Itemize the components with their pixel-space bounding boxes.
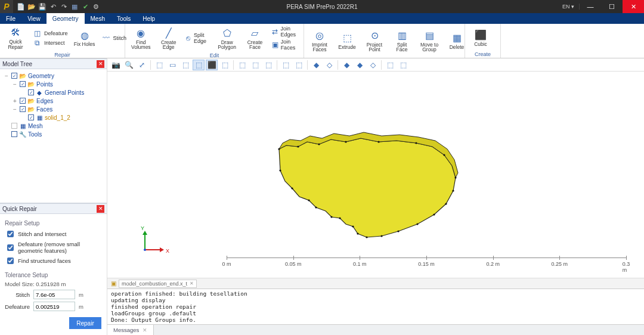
menu-file[interactable]: File xyxy=(0,13,21,24)
menu-geometry[interactable]: Geometry xyxy=(47,13,85,24)
view-tool-17[interactable]: ◆ xyxy=(354,60,366,70)
view-tool-11[interactable]: ⬚ xyxy=(262,60,274,70)
tree-node[interactable]: ◆General Points xyxy=(1,88,106,97)
viewport[interactable]: Y X 0 m0.05 m0.1 m0.15 m0.2 m0.25 m0.3 m xyxy=(107,72,644,278)
intersect-button[interactable]: ⧉Intersect xyxy=(30,38,70,48)
model-tree[interactable]: −📂Geometry−📂Points ◆General Points+📂Edge… xyxy=(0,69,107,203)
stitch-button[interactable]: 〰Stitch xyxy=(99,33,129,43)
redo-icon[interactable]: ↷ xyxy=(60,2,68,11)
view-tool-10[interactable]: ⬚ xyxy=(249,60,261,70)
menu-view[interactable]: View xyxy=(21,13,47,24)
output-console[interactable]: operation finished: building tesellation… xyxy=(107,289,644,324)
create-face-button[interactable]: ▱Create Face xyxy=(242,26,268,51)
model-tree-close-icon[interactable]: ✕ xyxy=(97,60,104,68)
split-face-button[interactable]: ▥Split Face xyxy=(389,28,415,54)
repair-button[interactable]: Repair xyxy=(69,317,101,329)
tree-checkbox[interactable] xyxy=(28,114,34,120)
tree-twisty-icon[interactable]: − xyxy=(12,106,18,113)
tree-checkbox[interactable] xyxy=(11,131,17,137)
model-icon: ▣ xyxy=(111,280,116,287)
cubic-button[interactable]: ⬛Cubic xyxy=(467,27,494,48)
view-tool-9[interactable]: ⬚ xyxy=(236,60,248,70)
tree-node[interactable]: −📂Geometry xyxy=(1,72,106,80)
tree-twisty-icon[interactable]: − xyxy=(12,81,18,88)
tree-twisty-icon[interactable]: − xyxy=(4,73,10,79)
view-tool-13[interactable]: ⬚ xyxy=(293,60,305,70)
settings-icon[interactable]: ⚙ xyxy=(92,2,100,11)
extrude-button[interactable]: ⬚Extrude xyxy=(334,30,360,51)
undo-icon[interactable]: ↶ xyxy=(49,2,57,11)
split-edge-button[interactable]: ⎋Split Edge xyxy=(183,32,212,45)
new-icon[interactable]: 📄 xyxy=(17,2,25,11)
qr-checkbox[interactable] xyxy=(7,244,14,251)
language-selector[interactable]: EN ▾ xyxy=(558,4,580,10)
tree-twisty-icon[interactable]: + xyxy=(12,98,18,104)
tree-checkbox[interactable] xyxy=(20,98,26,104)
view-tool-12[interactable]: ⬚ xyxy=(280,60,292,70)
messages-tab[interactable]: Messages✕ xyxy=(107,325,154,335)
ruler-tick-label: 0.1 m xyxy=(353,261,367,267)
create-edge-button[interactable]: ╱Create Edge xyxy=(156,26,182,51)
tree-checkbox[interactable] xyxy=(20,106,26,112)
draw-polygon-button[interactable]: ⬠Draw Polygon xyxy=(213,26,241,51)
tree-node[interactable]: ▦Mesh xyxy=(1,122,106,130)
view-tool-15[interactable]: ◇ xyxy=(323,60,335,70)
view-tool-0[interactable]: 📷 xyxy=(110,60,122,70)
defeature-button[interactable]: ◫Defeature xyxy=(30,29,70,38)
view-tool-1[interactable]: 🔍 xyxy=(123,60,135,70)
tree-checkbox[interactable] xyxy=(20,81,26,87)
quick-repair-button[interactable]: 🛠 Quick Repair xyxy=(2,25,29,51)
tree-checkbox[interactable] xyxy=(11,123,17,129)
save-icon[interactable]: 💾 xyxy=(38,2,47,11)
stitch-input[interactable] xyxy=(33,290,75,299)
qr-option[interactable]: Defeature (remove small geometric featur… xyxy=(5,241,102,254)
document-tab[interactable]: model_combustion_end.x_t✕ xyxy=(119,280,197,288)
tree-node-label: Tools xyxy=(28,131,42,138)
svg-point-16 xyxy=(366,236,367,238)
view-tool-7[interactable]: ⬛ xyxy=(206,60,218,70)
project-point-button[interactable]: ⊙Project Point xyxy=(361,28,388,54)
qr-checkbox[interactable] xyxy=(7,258,14,264)
move-to-group-button[interactable]: ▤Move to Group xyxy=(416,28,442,54)
quick-repair-close-icon[interactable]: ✕ xyxy=(97,205,104,213)
view-tool-2[interactable]: ⤢ xyxy=(136,60,148,70)
fix-holes-button[interactable]: ◍ Fix Holes xyxy=(72,27,98,48)
view-tool-19[interactable]: ⬚ xyxy=(384,60,396,70)
tree-node[interactable]: −📂Faces xyxy=(1,105,106,113)
view-tool-18[interactable]: ◇ xyxy=(367,60,379,70)
menu-mesh[interactable]: Mesh xyxy=(85,13,111,24)
join-faces-button[interactable]: ▣Join Faces xyxy=(269,38,301,51)
minimize-button[interactable]: — xyxy=(580,0,601,13)
tree-checkbox[interactable] xyxy=(28,89,34,95)
mesh-icon[interactable]: ▦ xyxy=(70,2,79,11)
tree-node[interactable]: −📂Points xyxy=(1,80,106,88)
view-tool-3[interactable]: ⬚ xyxy=(153,60,165,70)
view-tool-14[interactable]: ◆ xyxy=(310,60,322,70)
find-volumes-button[interactable]: ◉Find Volumes xyxy=(128,26,154,51)
view-tool-20[interactable]: ⬚ xyxy=(397,60,409,70)
qr-option[interactable]: Find structured faces xyxy=(5,256,102,266)
menu-help[interactable]: Help xyxy=(137,13,161,24)
defeature-input[interactable] xyxy=(33,302,75,311)
menu-tools[interactable]: Tools xyxy=(111,13,137,24)
messages-close-icon[interactable]: ✕ xyxy=(143,327,147,333)
check-icon[interactable]: ✔ xyxy=(81,2,89,11)
qr-checkbox[interactable] xyxy=(7,231,14,237)
tab-close-icon[interactable]: ✕ xyxy=(190,281,194,286)
tree-checkbox[interactable] xyxy=(11,73,17,79)
view-tool-5[interactable]: ⬚ xyxy=(179,60,191,70)
imprint-faces-button[interactable]: ◎Imprint Faces xyxy=(306,28,333,54)
open-icon[interactable]: 📂 xyxy=(27,2,36,11)
view-tool-16[interactable]: ◆ xyxy=(340,60,352,70)
join-edges-button[interactable]: ⇄Join Edges xyxy=(269,25,301,38)
tree-node[interactable]: 🔧Tools xyxy=(1,130,106,138)
ruler-tick-label: 0.15 m xyxy=(418,261,435,267)
maximize-button[interactable]: ☐ xyxy=(601,0,623,13)
view-tool-8[interactable]: ⬚ xyxy=(219,60,231,70)
close-button[interactable]: ✕ xyxy=(623,0,644,13)
view-tool-6[interactable]: ⬚ xyxy=(193,60,205,70)
qr-option[interactable]: Stitch and Intersect xyxy=(5,229,102,239)
tree-node[interactable]: ▦solid_1_2 xyxy=(1,113,106,122)
view-tool-4[interactable]: ▭ xyxy=(166,60,178,70)
tree-node[interactable]: +📂Edges xyxy=(1,97,106,105)
